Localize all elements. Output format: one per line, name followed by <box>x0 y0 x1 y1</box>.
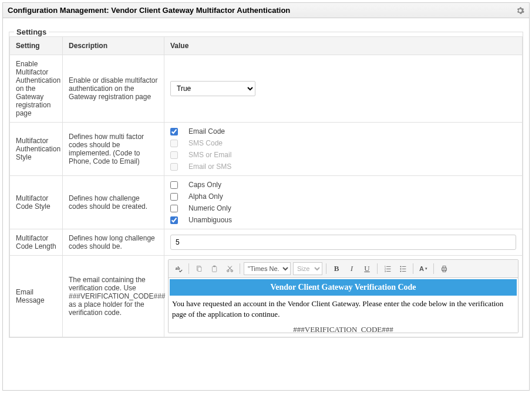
setting-enable-mfa-value: True <box>164 55 523 123</box>
setting-code-style-value: Caps Only Alpha Only Numeric Only <box>164 176 523 229</box>
setting-mfa-style-desc: Defines how multi factor codes should be… <box>63 123 164 176</box>
bullet-list-icon[interactable] <box>396 262 409 275</box>
svg-rect-2 <box>198 267 201 271</box>
svg-point-5 <box>227 270 228 272</box>
copy-icon[interactable] <box>193 262 206 275</box>
setting-code-length-value <box>164 229 523 256</box>
panel-body: Settings Setting Description Value Enabl… <box>3 18 529 344</box>
code-style-numeric-checkbox[interactable] <box>170 205 178 212</box>
code-style-alpha-checkbox[interactable] <box>170 193 178 201</box>
gear-icon[interactable] <box>516 6 524 15</box>
svg-point-15 <box>400 270 401 272</box>
code-style-caps[interactable]: Caps Only <box>170 181 516 189</box>
email-body-text: You have requested an account in the Ven… <box>169 297 518 321</box>
paste-icon[interactable] <box>208 262 221 275</box>
fieldset-legend: Settings <box>14 28 49 36</box>
code-style-unambiguous-checkbox[interactable] <box>170 216 178 224</box>
mfa-style-email-or-sms: Email or SMS <box>170 162 516 171</box>
separator-icon <box>433 263 434 274</box>
rte-content-area[interactable]: Vendor Client Gateway Verification Code … <box>169 278 518 333</box>
setting-enable-mfa-desc: Enable or disable multifactor authentica… <box>63 55 164 123</box>
bold-button[interactable]: B <box>330 262 343 275</box>
col-setting-header: Setting <box>10 37 63 55</box>
row-code-length: Multifactor Code Length Defines how long… <box>10 229 523 256</box>
mfa-style-sms-code: SMS Code <box>170 139 516 147</box>
svg-point-13 <box>400 266 401 267</box>
enable-mfa-select[interactable]: True <box>170 81 255 96</box>
row-code-style: Multifactor Code Style Defines how chall… <box>10 176 523 229</box>
code-style-caps-checkbox[interactable] <box>170 181 178 189</box>
config-panel: Configuration Management: Vendor Client … <box>2 2 530 391</box>
table-header-row: Setting Description Value <box>10 37 523 55</box>
svg-point-14 <box>400 268 401 269</box>
svg-rect-4 <box>213 265 216 266</box>
rich-text-editor: ab <box>168 259 518 333</box>
rte-toolbar: ab <box>169 260 518 278</box>
setting-code-length-desc: Defines how long challenge codes should … <box>63 229 164 256</box>
spellcheck-icon[interactable]: ab <box>172 262 185 275</box>
setting-code-style-label: Multifactor Code Style <box>10 176 63 229</box>
mfa-style-email-code[interactable]: Email Code <box>170 127 516 135</box>
code-style-numeric[interactable]: Numeric Only <box>170 204 516 212</box>
code-style-alpha[interactable]: Alpha Only <box>170 192 516 201</box>
numbered-list-icon[interactable]: 123 <box>381 262 394 275</box>
setting-mfa-style-label: Multifactor Authentication Style <box>10 123 63 176</box>
mfa-style-sms-or-email: SMS or Email <box>170 151 516 159</box>
code-length-input[interactable] <box>170 235 516 250</box>
row-mfa-style: Multifactor Authentication Style Defines… <box>10 123 523 176</box>
cut-icon[interactable] <box>223 262 236 275</box>
panel-header: Configuration Management: Vendor Client … <box>3 3 529 18</box>
mfa-style-sms-code-checkbox <box>170 140 178 147</box>
mfa-style-email-or-sms-checkbox <box>170 163 178 171</box>
setting-email-msg-value: ab <box>164 256 523 337</box>
email-banner: Vendor Client Gateway Verification Code <box>170 279 517 296</box>
setting-code-length-label: Multifactor Code Length <box>10 229 63 256</box>
col-value-header: Value <box>164 37 523 55</box>
svg-point-6 <box>231 270 233 272</box>
mfa-style-email-code-checkbox[interactable] <box>170 128 178 135</box>
font-size-select[interactable]: Size <box>293 262 322 275</box>
settings-table: Setting Description Value Enable Multifa… <box>9 36 523 337</box>
separator-icon <box>240 263 240 274</box>
svg-text:ab: ab <box>175 266 180 271</box>
svg-rect-3 <box>212 266 216 272</box>
settings-fieldset: Settings Setting Description Value Enabl… <box>9 28 523 338</box>
separator-icon <box>188 263 189 274</box>
separator-icon <box>377 263 378 274</box>
setting-email-msg-desc: The email containing the verification co… <box>63 256 164 337</box>
setting-mfa-style-value: Email Code SMS Code SMS or Email <box>164 123 523 176</box>
text-color-button[interactable]: A▾ <box>417 262 430 275</box>
italic-button[interactable]: I <box>345 262 358 275</box>
setting-enable-mfa-label: Enable Multifactor Authentication on the… <box>10 55 63 123</box>
underline-button[interactable]: U <box>361 262 373 275</box>
page-title: Configuration Management: Vendor Client … <box>8 6 290 15</box>
row-email-message: Email Message The email containing the v… <box>10 256 523 337</box>
mfa-style-sms-or-email-checkbox <box>170 151 178 159</box>
col-description-header: Description <box>63 37 164 55</box>
print-icon[interactable] <box>437 262 450 275</box>
email-placeholder-text: ###VERIFICATION_CODE### <box>169 321 518 333</box>
svg-rect-20 <box>443 266 446 267</box>
setting-email-msg-label: Email Message <box>10 256 63 337</box>
separator-icon <box>413 263 413 274</box>
separator-icon <box>326 263 326 274</box>
row-enable-mfa: Enable Multifactor Authentication on the… <box>10 55 523 123</box>
setting-code-style-desc: Defines how challenge codes should be cr… <box>63 176 164 229</box>
code-style-unambiguous[interactable]: Unambiguous <box>170 216 516 224</box>
svg-text:3: 3 <box>384 270 386 273</box>
font-family-select[interactable]: "Times Ne... <box>244 262 291 275</box>
